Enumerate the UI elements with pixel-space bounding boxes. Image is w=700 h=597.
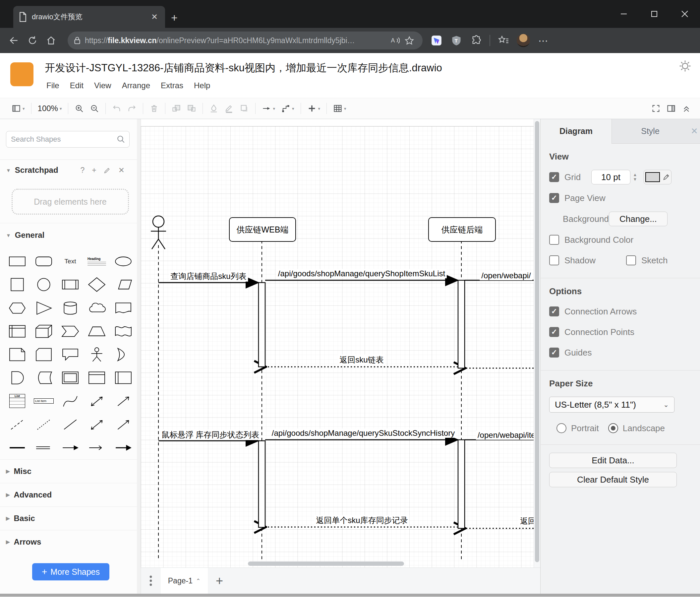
shape-and[interactable] xyxy=(4,366,30,389)
translate-extension-icon[interactable] xyxy=(427,31,446,50)
profile-avatar[interactable] xyxy=(517,34,530,47)
maximize-button[interactable] xyxy=(639,0,670,28)
connection-points-checkbox[interactable]: ✓ xyxy=(549,327,559,337)
section-arrows[interactable]: ▶Arrows xyxy=(0,530,141,553)
menu-arrange[interactable]: Arrange xyxy=(122,81,150,90)
close-button[interactable] xyxy=(670,0,700,28)
paper-size-select[interactable]: US-Letter (8,5" x 11") ⌄ xyxy=(549,397,674,413)
activation-bar[interactable] xyxy=(258,283,265,367)
activation-bar[interactable] xyxy=(458,280,465,368)
message-label[interactable]: /open/webapi/ xyxy=(480,271,532,280)
to-back-button[interactable] xyxy=(184,101,199,116)
sketch-checkbox[interactable] xyxy=(626,255,636,265)
table-button[interactable]: ▾ xyxy=(330,101,349,116)
undo-button[interactable] xyxy=(109,101,124,116)
shape-list-item[interactable]: List Item xyxy=(30,389,57,413)
new-tab-button[interactable]: + xyxy=(171,12,178,23)
scratchpad-help-icon[interactable]: ? xyxy=(80,166,84,175)
participant-box[interactable]: 供应链后端 xyxy=(428,217,496,242)
scratchpad-header[interactable]: ▼ Scratchpad ? + ✕ xyxy=(0,160,141,181)
shape-document[interactable] xyxy=(110,296,136,319)
landscape-radio[interactable] xyxy=(608,423,618,433)
shape-thin-arrow[interactable] xyxy=(83,436,110,459)
address-bar[interactable]: https://file.kkview.cn/onlinePreview?url… xyxy=(68,31,423,49)
edit-data-button[interactable]: Edit Data... xyxy=(549,453,677,468)
shape-actor[interactable] xyxy=(83,343,110,366)
zoom-out-button[interactable] xyxy=(87,101,102,116)
menu-extras[interactable]: Extras xyxy=(161,81,183,90)
participant-box[interactable]: 供应链WEB端 xyxy=(229,217,296,242)
shape-container[interactable] xyxy=(57,366,83,389)
section-basic[interactable]: ▶Basic xyxy=(0,506,141,530)
shape-filled-edge[interactable] xyxy=(110,436,136,459)
menu-help[interactable]: Help xyxy=(194,81,210,90)
shadow-checkbox[interactable] xyxy=(549,255,559,265)
grid-color-button[interactable] xyxy=(644,170,672,184)
clear-default-style-button[interactable]: Clear Default Style xyxy=(549,472,677,487)
shape-trapezoid[interactable] xyxy=(83,320,110,343)
horizontal-scrollbar-thumb[interactable] xyxy=(248,562,404,566)
message-label[interactable]: 返回sku链表 xyxy=(338,355,385,365)
zoom-in-button[interactable] xyxy=(72,101,87,116)
scratchpad-close-icon[interactable]: ✕ xyxy=(118,166,125,175)
shape-horizontal-line[interactable] xyxy=(4,436,30,459)
more-shapes-button[interactable]: +More Shapes xyxy=(32,563,109,580)
scratchpad-add-icon[interactable]: + xyxy=(92,166,96,175)
shape-curve[interactable] xyxy=(57,389,83,413)
shape-or[interactable] xyxy=(110,343,136,366)
shape-triangle[interactable] xyxy=(30,296,57,319)
zoom-level[interactable]: 100%▾ xyxy=(35,101,65,116)
shape-card[interactable] xyxy=(30,343,57,366)
shape-search-box[interactable] xyxy=(6,131,130,148)
favorites-bar-icon[interactable] xyxy=(494,31,513,50)
waypoints-button[interactable]: ▾ xyxy=(278,101,297,116)
menu-file[interactable]: File xyxy=(46,81,59,90)
shape-square[interactable] xyxy=(4,273,30,296)
delete-button[interactable] xyxy=(147,101,162,116)
add-page-button[interactable]: + xyxy=(208,568,231,594)
section-advanced[interactable]: ▶Advanced xyxy=(0,483,141,506)
shape-ellipse[interactable] xyxy=(110,250,136,273)
message-label[interactable]: 鼠标悬浮 库存同步状态列表 xyxy=(160,430,261,440)
shape-heading[interactable]: Heading xyxy=(83,250,110,273)
shape-cube[interactable] xyxy=(30,320,57,343)
shape-circle[interactable] xyxy=(30,273,57,296)
minimize-button[interactable] xyxy=(608,0,639,28)
grid-checkbox[interactable]: ✓ xyxy=(549,172,559,182)
section-general[interactable]: ▼ General xyxy=(0,223,141,247)
page-view-checkbox[interactable]: ✓ xyxy=(549,193,559,203)
actor-figure[interactable] xyxy=(151,216,166,249)
shape-step[interactable] xyxy=(57,320,83,343)
shape-parallelogram[interactable] xyxy=(110,273,136,296)
line-color-button[interactable] xyxy=(221,101,236,116)
page-tab[interactable]: Page-1⌃ xyxy=(161,568,208,594)
message-label[interactable]: 返回单个sku库存同步记录 xyxy=(314,515,409,526)
browser-tab[interactable]: drawio文件预览 ✕ xyxy=(13,6,165,28)
shape-rounded-rectangle[interactable] xyxy=(30,250,57,273)
shape-process[interactable] xyxy=(57,273,83,296)
scratchpad-drop-zone[interactable]: Drag elements here xyxy=(11,189,129,215)
diagram-canvas[interactable]: 供应链WEB端供应链后端 查询店铺商品sku列表/api/goods/shopM… xyxy=(141,119,540,568)
shape-bidirectional-arrow[interactable] xyxy=(83,389,110,413)
shape-rectangle[interactable] xyxy=(4,250,30,273)
fullscreen-button[interactable] xyxy=(648,101,664,116)
shape-dashed-line[interactable] xyxy=(4,413,30,436)
grid-size-input[interactable] xyxy=(591,170,630,184)
pages-menu-icon[interactable] xyxy=(141,568,161,594)
browser-menu-icon[interactable]: ⋯ xyxy=(534,31,552,50)
tab-diagram[interactable]: Diagram xyxy=(541,119,611,144)
shape-dotted-line[interactable] xyxy=(30,413,57,436)
background-change-button[interactable]: Change... xyxy=(609,212,668,226)
read-aloud-icon[interactable]: A xyxy=(388,31,402,50)
view-panel-button[interactable]: ▾ xyxy=(9,101,28,116)
shape-cylinder[interactable] xyxy=(57,296,83,319)
shape-horizontal-container[interactable] xyxy=(110,366,136,389)
refresh-icon[interactable] xyxy=(23,31,42,50)
favorite-star-icon[interactable] xyxy=(402,31,417,50)
extensions-puzzle-icon[interactable] xyxy=(467,31,485,50)
shadow-button[interactable] xyxy=(236,101,252,116)
connection-arrows-checkbox[interactable]: ✓ xyxy=(549,307,559,316)
message-label[interactable]: /api/goods/shopManage/querySkuStockSyncH… xyxy=(270,429,456,438)
panel-close-icon[interactable]: ✕ xyxy=(689,119,700,143)
activation-bar[interactable] xyxy=(458,440,465,528)
